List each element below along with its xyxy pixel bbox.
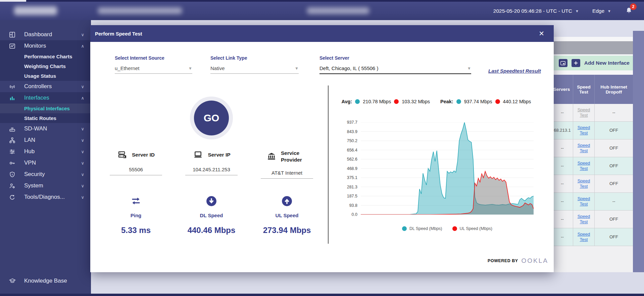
y-axis-tick-label: 0.0 <box>337 212 357 217</box>
chart-summary-row: Avg: 210.78 Mbps 103.32 Mbps Peak: 937.7… <box>335 99 538 104</box>
speed-chart <box>361 122 534 215</box>
avg-label: Avg: <box>342 99 352 104</box>
sidebar-item-label: SD-WAN <box>24 125 81 132</box>
field-label: Select Server <box>319 55 471 61</box>
sidebar-item-monitors[interactable]: Monitors ∧ <box>0 40 91 52</box>
legend-ul-label: UL Speed (Mbps) <box>460 226 493 231</box>
edge-selector[interactable]: Edge ▼ <box>592 8 611 14</box>
plus-icon-button[interactable] <box>572 59 580 67</box>
result-value: 440.46 Mbps <box>175 226 248 235</box>
table-row: -- Speed Test -- <box>550 104 633 122</box>
stat-label: Server ID <box>132 152 155 158</box>
hub-dropoff-cell: OFF <box>595 175 633 193</box>
sidebar-item-weighting-charts[interactable]: Weighting Charts <box>0 61 91 71</box>
chevron-down-icon: ∨ <box>81 126 84 131</box>
field-value: Native <box>210 65 225 71</box>
chevron-down-icon: ∨ <box>81 149 84 154</box>
chevron-down-icon: ∨ <box>81 195 84 200</box>
sidebar-item-knowledge-base[interactable]: Knowledge Base <box>0 275 91 287</box>
notifications-button[interactable]: 2 <box>625 6 635 16</box>
modal-header: Perform Speed Test ✕ <box>90 25 554 42</box>
app-logo-blurred <box>14 6 57 15</box>
speed-test-link[interactable]: Speed Test <box>573 178 594 189</box>
server-ip-stat: Server IP 104.245.211.253 <box>175 150 248 175</box>
speed-test-link[interactable]: Speed Test <box>573 196 594 207</box>
y-axis-tick-label: 93.8 <box>337 203 357 208</box>
ping-arrows-icon <box>99 194 173 208</box>
building-icon <box>266 152 277 162</box>
chevron-down-icon: ▼ <box>188 66 192 71</box>
speed-test-link[interactable]: Speed Test <box>573 232 594 243</box>
sidebar-item-usage-status[interactable]: Usage Status <box>0 71 91 81</box>
stat-value: AT&T Internet <box>261 170 313 179</box>
table-row: -- Speed Test OFF <box>550 228 633 246</box>
service-provider-stat: Service Provider AT&T Internet <box>250 150 324 179</box>
sidebar-item-physical-interfaces[interactable]: Physical Interfaces <box>0 104 91 113</box>
sidebar-item-label: Interfaces <box>24 95 81 101</box>
stat-label: Service Provider <box>281 150 308 163</box>
field-label: Select Internet Source <box>115 55 192 61</box>
datetime-label: 2025-05-20 05:46:28 - UTC - UTC <box>493 8 572 14</box>
go-button[interactable]: GO <box>194 101 229 135</box>
table-row: -- Speed Test OFF <box>550 175 633 193</box>
ookla-logo: OOKLA <box>522 257 548 264</box>
y-axis-tick-label: 187.5 <box>337 194 357 198</box>
sidebar-item-sdwan[interactable]: SD-WAN ∨ <box>0 123 91 134</box>
ul-speed-result: UL Speed 273.94 Mbps <box>250 194 324 235</box>
last-speedtest-result-link[interactable]: Last Speedtest Result <box>488 68 541 74</box>
table-header-row: Servers Speed Test Hub Internet Dropoff <box>550 75 633 104</box>
speed-test-link[interactable]: Speed Test <box>573 143 594 154</box>
sidebar-item-hub[interactable]: Hub ∨ <box>0 146 91 157</box>
red-dot-icon <box>495 99 500 104</box>
add-new-interface-button[interactable]: Add New Interface <box>584 60 630 66</box>
page-bottom-band <box>91 272 644 294</box>
sidebar-item-system[interactable]: System ∨ <box>0 180 91 191</box>
hub-dropoff-cell: -- <box>595 193 633 211</box>
hub-dropoff-cell: OFF <box>595 139 633 157</box>
sidebar-item-performance-charts[interactable]: Performance Charts <box>0 52 91 61</box>
link-type-select[interactable]: Select Link Type Native ▼ <box>210 55 299 74</box>
column-header-speed-test: Speed Test <box>573 75 595 104</box>
chevron-up-icon: ∧ <box>81 44 84 49</box>
result-label: UL Speed <box>250 213 324 218</box>
chevron-down-icon: ∨ <box>81 84 84 89</box>
y-axis-tick-label: 843.9 <box>337 129 357 134</box>
servers-cell: -- <box>550 193 573 211</box>
sidebar-item-interfaces[interactable]: Interfaces ∧ <box>0 92 91 104</box>
upload-circle-icon <box>250 194 324 208</box>
datetime-selector[interactable]: 2025-05-20 05:46:28 - UTC - UTC ▼ <box>493 8 579 14</box>
sidebar-item-security[interactable]: Security ∨ <box>0 169 91 180</box>
sidebar-item-label: VPN <box>24 160 81 166</box>
sidebar-item-label: Dashboard <box>24 31 81 38</box>
red-dot-icon <box>452 226 457 231</box>
speed-test-link[interactable]: Speed Test <box>573 161 594 172</box>
field-value: u_Ethernet <box>115 65 139 71</box>
internet-source-select[interactable]: Select Internet Source u_Ethernet ▼ <box>115 55 192 74</box>
sidebar-item-lan[interactable]: LAN ∨ <box>0 134 91 146</box>
speed-test-link[interactable]: Speed Test <box>573 214 594 225</box>
chevron-down-icon: ∨ <box>81 32 84 37</box>
speed-test-link[interactable]: Speed Test <box>573 125 594 136</box>
field-label: Select Link Type <box>210 55 299 61</box>
teal-dot-icon <box>456 99 461 104</box>
server-select[interactable]: Select Server Deft, Chicago, IL ( 55506 … <box>319 55 471 74</box>
sidebar-item-dashboard[interactable]: Dashboard ∨ <box>0 29 91 40</box>
sidebar-item-static-routes[interactable]: Static Routes <box>0 113 91 123</box>
stat-value: 55506 <box>110 167 162 175</box>
sidebar-item-vpn[interactable]: VPN ∨ <box>0 157 91 169</box>
sidebar-item-controllers[interactable]: Controllers ∨ <box>0 81 91 92</box>
diagnostics-refresh-icon <box>9 193 16 201</box>
chevron-down-icon: ▼ <box>467 66 471 71</box>
sidebar-item-tools-diagnostics[interactable]: Tools/Diagnos... ∨ <box>0 191 91 203</box>
user-gear-icon <box>9 182 16 189</box>
column-header-hub-internet-dropoff: Hub Internet Dropoff <box>595 75 633 104</box>
close-icon[interactable]: ✕ <box>539 30 544 37</box>
hub-dropoff-cell: OFF <box>595 228 633 246</box>
servers-cell: 68.213.1 <box>550 122 573 139</box>
card-view-button[interactable] <box>559 59 567 67</box>
laptop-icon <box>192 150 204 160</box>
sliders-icon <box>9 148 16 155</box>
table-row: -- Speed Test -- <box>550 193 633 211</box>
powered-by-ookla: POWERED BY OOKLA <box>488 257 548 264</box>
speed-test-link[interactable]: Speed Test <box>573 107 594 118</box>
